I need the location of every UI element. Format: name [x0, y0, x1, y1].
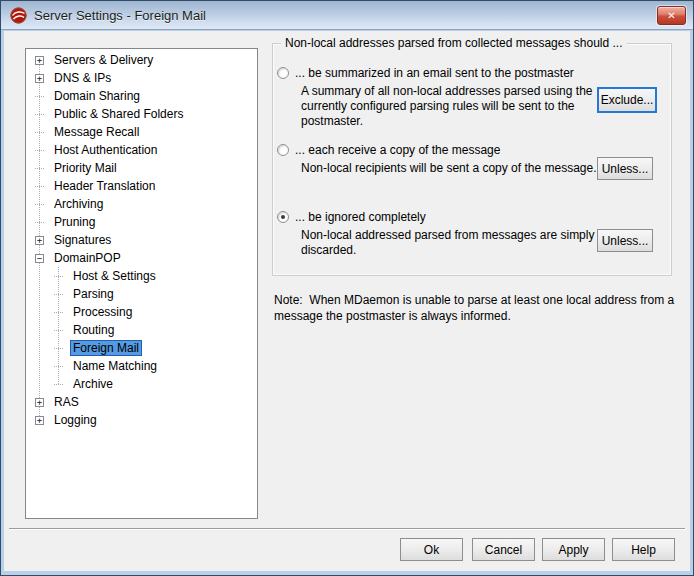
tree-item-label: Logging	[51, 412, 100, 428]
radio-ignore-label[interactable]: ... be ignored completely	[295, 210, 426, 224]
tree-connector	[54, 348, 63, 349]
nonlocal-addresses-groupbox: Non-local addresses parsed from collecte…	[272, 43, 672, 276]
radio-summarize[interactable]	[277, 67, 289, 79]
footer-divider	[9, 528, 685, 529]
tree-item-label: Domain Sharing	[51, 88, 143, 104]
tree-item-servers-delivery[interactable]: +Servers & Delivery	[26, 51, 257, 69]
server-settings-dialog: Server Settings - Foreign Mail ✕ +Server…	[0, 0, 694, 576]
tree-item-domain-sharing[interactable]: Domain Sharing	[26, 87, 257, 105]
tree-item-parsing[interactable]: Parsing	[26, 285, 257, 303]
tree-connector	[35, 114, 44, 115]
tree-item-label: Name Matching	[70, 358, 160, 374]
window-title: Server Settings - Foreign Mail	[34, 8, 206, 23]
postmaster-note: Note: When MDaemon is unable to parse at…	[274, 292, 694, 324]
tree-item-domainpop[interactable]: −DomainPOP	[26, 249, 257, 267]
tree-item-message-recall[interactable]: Message Recall	[26, 123, 257, 141]
tree-item-label: Archive	[70, 376, 116, 392]
tree-item-routing[interactable]: Routing	[26, 321, 257, 339]
tree-item-label: Header Translation	[51, 178, 158, 194]
expand-icon[interactable]: +	[35, 74, 44, 83]
tree-connector	[35, 168, 44, 169]
tree-item-priority-mail[interactable]: Priority Mail	[26, 159, 257, 177]
unless-button-ignore[interactable]: Unless...	[597, 229, 653, 252]
tree-connector	[54, 330, 63, 331]
expand-icon[interactable]: +	[35, 56, 44, 65]
tree-connector	[35, 204, 44, 205]
tree-item-archive[interactable]: Archive	[26, 375, 257, 393]
tree-item-label: Pruning	[51, 214, 98, 230]
expand-icon[interactable]: +	[35, 416, 44, 425]
ok-button[interactable]: Ok	[400, 538, 463, 561]
tree-connector	[54, 312, 63, 313]
groupbox-title: Non-local addresses parsed from collecte…	[281, 36, 627, 50]
cancel-button[interactable]: Cancel	[472, 538, 535, 561]
tree-item-name-matching[interactable]: Name Matching	[26, 357, 257, 375]
option-summarize-description: A summary of all non-local addresses par…	[301, 84, 603, 129]
tree-item-label: Processing	[70, 304, 135, 320]
tree-item-label: Foreign Mail	[70, 340, 142, 356]
tree-item-label: DomainPOP	[51, 250, 124, 266]
tree-item-label: Host & Settings	[70, 268, 159, 284]
help-button[interactable]: Help	[612, 538, 675, 561]
mdaemon-logo-icon	[10, 7, 27, 24]
close-button[interactable]: ✕	[657, 6, 686, 25]
tree-connector	[35, 132, 44, 133]
tree-item-label: Message Recall	[51, 124, 142, 140]
tree-item-label: Routing	[70, 322, 117, 338]
tree-item-host-settings[interactable]: Host & Settings	[26, 267, 257, 285]
tree-item-host-authentication[interactable]: Host Authentication	[26, 141, 257, 159]
tree-connector	[54, 384, 63, 385]
tree-item-label: Parsing	[70, 286, 117, 302]
radio-receive-copy-label[interactable]: ... each receive a copy of the message	[295, 143, 500, 157]
tree-item-logging[interactable]: +Logging	[26, 411, 257, 429]
unless-button-copy[interactable]: Unless...	[597, 157, 653, 180]
tree-item-processing[interactable]: Processing	[26, 303, 257, 321]
option-receive-copy-description: Non-local recipients will be sent a copy…	[301, 161, 596, 176]
dialog-client: +Servers & Delivery+DNS & IPsDomain Shar…	[4, 31, 690, 571]
tree-connector	[54, 276, 63, 277]
tree-connector	[35, 150, 44, 151]
option-ignore: ... be ignored completely Non-local addr…	[277, 210, 603, 258]
titlebar[interactable]: Server Settings - Foreign Mail ✕	[1, 1, 693, 30]
tree-item-archiving[interactable]: Archiving	[26, 195, 257, 213]
tree-item-label: Servers & Delivery	[51, 52, 156, 68]
tree-connector	[35, 96, 44, 97]
tree-item-foreign-mail[interactable]: Foreign Mail	[26, 339, 257, 357]
tree-connector	[54, 294, 63, 295]
tree-item-label: Archiving	[51, 196, 106, 212]
close-icon: ✕	[667, 10, 675, 21]
tree-item-public-shared-folders[interactable]: Public & Shared Folders	[26, 105, 257, 123]
tree-item-label: Host Authentication	[51, 142, 160, 158]
apply-button[interactable]: Apply	[542, 538, 605, 561]
tree-connector	[54, 366, 63, 367]
exclude-button[interactable]: Exclude...	[597, 87, 657, 113]
collapse-icon[interactable]: −	[35, 254, 44, 263]
radio-ignore[interactable]	[277, 211, 289, 223]
option-summarize: ... be summarized in an email sent to th…	[277, 66, 603, 129]
settings-tree: +Servers & Delivery+DNS & IPsDomain Shar…	[25, 48, 258, 519]
tree-item-dns-ips[interactable]: +DNS & IPs	[26, 69, 257, 87]
tree-item-ras[interactable]: +RAS	[26, 393, 257, 411]
tree-item-label: Priority Mail	[51, 160, 120, 176]
tree-item-label: Public & Shared Folders	[51, 106, 186, 122]
option-ignore-description: Non-local addressed parsed from messages…	[301, 228, 603, 258]
tree-connector	[35, 222, 44, 223]
tree-item-pruning[interactable]: Pruning	[26, 213, 257, 231]
tree-item-signatures[interactable]: +Signatures	[26, 231, 257, 249]
expand-icon[interactable]: +	[35, 236, 44, 245]
option-receive-copy: ... each receive a copy of the message N…	[277, 143, 596, 176]
tree-item-label: Signatures	[51, 232, 114, 248]
radio-receive-copy[interactable]	[277, 144, 289, 156]
tree-item-label: DNS & IPs	[51, 70, 114, 86]
tree-item-label: RAS	[51, 394, 82, 410]
radio-summarize-label[interactable]: ... be summarized in an email sent to th…	[295, 66, 574, 80]
expand-icon[interactable]: +	[35, 398, 44, 407]
tree-connector	[35, 186, 44, 187]
tree-item-header-translation[interactable]: Header Translation	[26, 177, 257, 195]
